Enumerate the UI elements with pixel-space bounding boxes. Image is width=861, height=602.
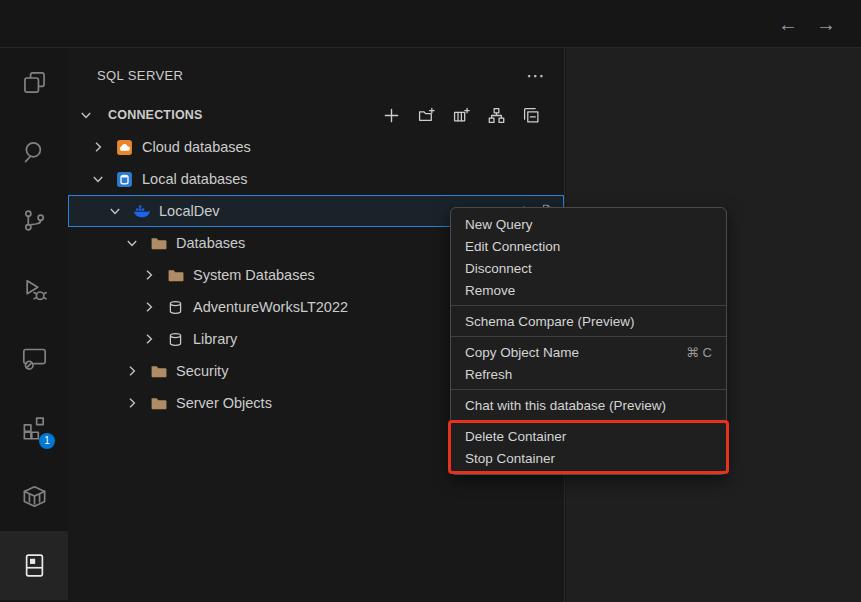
database-server-icon bbox=[21, 552, 48, 579]
menu-item-label: Stop Container bbox=[465, 451, 555, 466]
menu-group-container-actions: Delete Container Stop Container bbox=[451, 425, 726, 469]
menu-separator bbox=[451, 389, 726, 390]
connections-toolbar bbox=[383, 107, 564, 124]
tree-item-label: LocalDev bbox=[159, 203, 219, 219]
menu-item-label: New Query bbox=[465, 217, 533, 232]
tree-item-label: Cloud databases bbox=[142, 139, 251, 155]
menu-separator bbox=[451, 305, 726, 306]
tree-item-label: Library bbox=[193, 331, 237, 347]
connect-hierarchy-icon[interactable] bbox=[488, 107, 505, 124]
menu-item-label: Refresh bbox=[465, 367, 512, 382]
vscode-window: ← → bbox=[0, 0, 861, 602]
chevron-down-icon bbox=[78, 107, 94, 123]
activity-item-run-debug[interactable] bbox=[0, 255, 68, 324]
connections-section-header[interactable]: CONNECTIONS bbox=[68, 102, 564, 128]
chevron-right-icon bbox=[124, 363, 140, 379]
menu-item-label: Chat with this database (Preview) bbox=[465, 398, 666, 413]
cloud-database-icon bbox=[116, 139, 133, 156]
menu-item-label: Delete Container bbox=[465, 429, 566, 444]
activity-item-explorer[interactable] bbox=[0, 48, 68, 117]
tree-item-cloud-databases[interactable]: Cloud databases bbox=[68, 131, 564, 163]
menu-item-label: Schema Compare (Preview) bbox=[465, 314, 635, 329]
database-icon bbox=[167, 331, 184, 348]
context-menu: New Query Edit Connection Disconnect Rem… bbox=[450, 207, 727, 475]
navigate-back-icon[interactable]: ← bbox=[775, 0, 801, 48]
chevron-right-icon bbox=[141, 267, 157, 283]
chevron-right-icon bbox=[141, 299, 157, 315]
chevron-down-icon bbox=[124, 235, 140, 251]
activity-item-remote-explorer[interactable] bbox=[0, 324, 68, 393]
chevron-down-icon bbox=[90, 171, 106, 187]
menu-group: Chat with this database (Preview) bbox=[451, 394, 726, 416]
more-actions-icon[interactable]: ⋯ bbox=[526, 64, 546, 87]
menu-item-shortcut: ⌘ C bbox=[686, 345, 712, 360]
menu-item-label: Disconnect bbox=[465, 261, 532, 276]
menu-item-label: Remove bbox=[465, 283, 515, 298]
menu-item-refresh[interactable]: Refresh bbox=[451, 363, 726, 385]
chevron-right-icon bbox=[90, 139, 106, 155]
database-icon bbox=[167, 299, 184, 316]
menu-item-delete-container[interactable]: Delete Container bbox=[451, 425, 726, 447]
menu-item-stop-container[interactable]: Stop Container bbox=[451, 447, 726, 469]
copy-pages-icon bbox=[21, 69, 48, 96]
tree-item-label: Local databases bbox=[142, 171, 248, 187]
menu-item-label: Copy Object Name bbox=[465, 345, 579, 360]
activity-item-search[interactable] bbox=[0, 117, 68, 186]
local-database-icon bbox=[116, 171, 133, 188]
menu-item-new-query[interactable]: New Query bbox=[451, 213, 726, 235]
menu-separator bbox=[451, 420, 726, 421]
play-bug-icon bbox=[21, 276, 48, 303]
menu-item-disconnect[interactable]: Disconnect bbox=[451, 257, 726, 279]
screen-slash-icon bbox=[21, 345, 48, 372]
menu-group: Schema Compare (Preview) bbox=[451, 310, 726, 332]
menu-item-edit-connection[interactable]: Edit Connection bbox=[451, 235, 726, 257]
tree-item-label: Databases bbox=[176, 235, 245, 251]
tree-item-label: AdventureWorksLT2022 bbox=[193, 299, 348, 315]
chevron-down-icon bbox=[107, 203, 123, 219]
tree-item-label: Security bbox=[176, 363, 228, 379]
chevron-right-icon bbox=[124, 395, 140, 411]
tree-item-label: System Databases bbox=[193, 267, 315, 283]
menu-item-label: Edit Connection bbox=[465, 239, 560, 254]
folder-icon bbox=[150, 363, 167, 380]
new-deployment-icon[interactable] bbox=[453, 107, 470, 124]
menu-item-schema-compare[interactable]: Schema Compare (Preview) bbox=[451, 310, 726, 332]
activity-item-extensions[interactable]: 1 bbox=[0, 393, 68, 462]
sidebar-header: SQL SERVER ⋯ bbox=[68, 48, 564, 102]
folder-icon bbox=[150, 235, 167, 252]
menu-group: Copy Object Name ⌘ C Refresh bbox=[451, 341, 726, 385]
collapse-all-icon[interactable] bbox=[523, 107, 540, 124]
search-icon bbox=[21, 138, 48, 165]
folder-icon bbox=[150, 395, 167, 412]
panel-title: SQL SERVER bbox=[97, 68, 526, 83]
extensions-count-badge: 1 bbox=[39, 433, 55, 449]
container-box-icon bbox=[21, 483, 48, 510]
connections-section-label: CONNECTIONS bbox=[108, 108, 203, 122]
activity-item-source-control[interactable] bbox=[0, 186, 68, 255]
activity-item-sql-server[interactable] bbox=[0, 531, 68, 600]
docker-whale-icon bbox=[133, 203, 150, 220]
menu-item-chat-with-database[interactable]: Chat with this database (Preview) bbox=[451, 394, 726, 416]
folder-icon bbox=[167, 267, 184, 284]
git-branch-icon bbox=[21, 207, 48, 234]
title-bar: ← → bbox=[0, 0, 861, 48]
navigate-forward-icon[interactable]: → bbox=[813, 0, 839, 48]
activity-item-containers[interactable] bbox=[0, 462, 68, 531]
menu-item-remove[interactable]: Remove bbox=[451, 279, 726, 301]
new-connection-group-icon[interactable] bbox=[418, 107, 435, 124]
chevron-right-icon bbox=[141, 331, 157, 347]
menu-separator bbox=[451, 336, 726, 337]
activity-bar: 1 bbox=[0, 48, 68, 602]
menu-group: New Query Edit Connection Disconnect Rem… bbox=[451, 213, 726, 301]
tree-item-local-databases[interactable]: Local databases bbox=[68, 163, 564, 195]
menu-item-copy-object-name[interactable]: Copy Object Name ⌘ C bbox=[451, 341, 726, 363]
tree-item-label: Server Objects bbox=[176, 395, 272, 411]
add-connection-icon[interactable] bbox=[383, 107, 400, 124]
